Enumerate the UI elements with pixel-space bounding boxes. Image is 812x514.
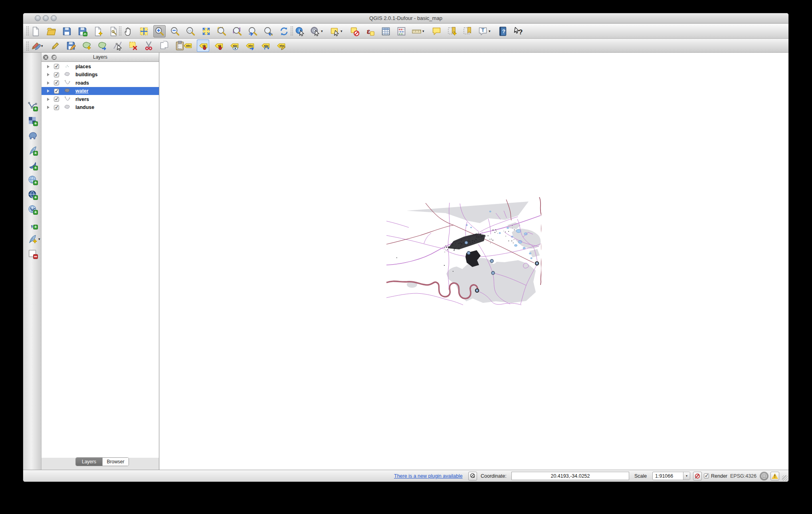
toolbar-grip[interactable] bbox=[26, 41, 29, 51]
add-postgis-layer-button[interactable] bbox=[26, 129, 39, 142]
toolbar-grip[interactable] bbox=[119, 26, 121, 36]
add-wcs-layer-button[interactable]: + bbox=[26, 188, 39, 201]
remove-layer-button[interactable] bbox=[26, 247, 39, 260]
show-bookmarks-button[interactable] bbox=[461, 25, 474, 38]
coordinate-input[interactable] bbox=[511, 472, 629, 480]
add-raster-layer-button[interactable]: + bbox=[26, 115, 39, 127]
layer-row-water[interactable]: ✓water bbox=[42, 87, 159, 95]
folder-open-button[interactable] bbox=[45, 25, 57, 38]
crs-projector-icon[interactable] bbox=[760, 472, 768, 480]
layer-row-roads[interactable]: ✓roads bbox=[42, 79, 159, 87]
zoom-last-button[interactable] bbox=[247, 25, 259, 38]
toggle-editing-button[interactable] bbox=[49, 40, 61, 52]
add-delimited-text-button[interactable]: ,+ bbox=[26, 218, 39, 230]
window-resize-grip[interactable] bbox=[782, 475, 788, 481]
identify-button[interactable]: i bbox=[294, 25, 306, 38]
zoom-to-selection-button[interactable] bbox=[216, 25, 228, 38]
scale-combo[interactable]: 1:91066 ▾ bbox=[652, 472, 690, 480]
labeling-button[interactable]: abc bbox=[181, 40, 194, 52]
layer-label[interactable]: roads bbox=[75, 80, 89, 86]
highlight-labels-button[interactable]: ab bbox=[212, 40, 225, 52]
file-new-button[interactable] bbox=[30, 25, 42, 38]
zoom-in-button[interactable] bbox=[153, 25, 166, 38]
zoom-next-button[interactable] bbox=[262, 25, 275, 38]
feature-action-button[interactable]: ▾ bbox=[309, 25, 326, 38]
layer-label[interactable]: landuse bbox=[75, 105, 94, 110]
deselect-features-button[interactable] bbox=[349, 25, 361, 38]
map-canvas[interactable] bbox=[160, 53, 788, 470]
select-expression-button[interactable]: ε bbox=[364, 25, 376, 38]
panel-tab-layers[interactable]: Layers bbox=[76, 458, 102, 466]
pan-hand-button[interactable] bbox=[122, 25, 135, 38]
map-tips-button[interactable] bbox=[430, 25, 443, 38]
field-calculator-button[interactable] bbox=[395, 25, 408, 38]
toolbar-grip[interactable] bbox=[178, 41, 180, 51]
add-wms-layer-button[interactable]: + bbox=[26, 174, 39, 186]
layer-label[interactable]: buildings bbox=[75, 72, 98, 77]
expand-triangle-icon[interactable] bbox=[47, 106, 50, 109]
layer-label[interactable]: water bbox=[75, 88, 89, 94]
layer-visibility-checkbox[interactable]: ✓ bbox=[54, 72, 59, 77]
cut-features-button[interactable] bbox=[143, 40, 155, 52]
title-bar[interactable]: QGIS 2.0.1-Dufour - basic_map bbox=[23, 13, 788, 24]
layer-label[interactable]: rivers bbox=[75, 97, 89, 102]
add-spatialite-layer-button[interactable]: + bbox=[26, 144, 39, 156]
text-annotation-button[interactable]: T▾ bbox=[477, 25, 493, 38]
layer-row-buildings[interactable]: ✓buildings bbox=[42, 71, 159, 79]
expand-triangle-icon[interactable] bbox=[47, 65, 50, 68]
add-feature-button[interactable] bbox=[80, 40, 93, 52]
save-as-button[interactable] bbox=[76, 25, 89, 38]
layer-row-places[interactable]: ✓places bbox=[42, 63, 159, 71]
add-vector-layer-button[interactable]: + bbox=[26, 100, 39, 112]
zoom-actual-button[interactable]: 1:1 bbox=[184, 25, 197, 38]
layer-visibility-checkbox[interactable]: ✓ bbox=[54, 64, 59, 69]
select-features-button[interactable]: ▾ bbox=[329, 25, 345, 38]
help-button[interactable]: ? bbox=[497, 25, 509, 38]
new-bookmark-button[interactable] bbox=[446, 25, 458, 38]
node-tool-button[interactable] bbox=[111, 40, 124, 52]
current-edits-button[interactable]: ▾ bbox=[30, 40, 46, 52]
rotate-label-button[interactable]: abc bbox=[259, 40, 271, 52]
toolbar-grip[interactable] bbox=[26, 26, 29, 36]
save-edits-button[interactable] bbox=[65, 40, 77, 52]
expand-triangle-icon[interactable] bbox=[47, 89, 50, 93]
change-label-button[interactable]: abc bbox=[275, 40, 287, 52]
expand-triangle-icon[interactable] bbox=[47, 98, 50, 101]
layer-visibility-checkbox[interactable]: ✓ bbox=[54, 97, 59, 102]
add-wfs-layer-button[interactable]: + bbox=[26, 203, 39, 215]
messages-warning-icon[interactable] bbox=[770, 472, 779, 480]
save-button[interactable] bbox=[61, 25, 73, 38]
show-hide-labels-button[interactable]: abc bbox=[228, 40, 240, 52]
refresh-button[interactable] bbox=[278, 25, 290, 38]
copy-features-button[interactable] bbox=[158, 40, 170, 52]
plugin-manager-icon[interactable] bbox=[468, 472, 477, 480]
expand-triangle-icon[interactable] bbox=[47, 81, 50, 85]
pin-labels-button[interactable]: ab bbox=[197, 40, 209, 52]
combo-arrow-icon[interactable]: ▾ bbox=[683, 472, 690, 480]
whats-this-button[interactable]: ? bbox=[512, 25, 525, 38]
new-composer-button[interactable] bbox=[92, 25, 104, 38]
composer-manager-button[interactable] bbox=[107, 25, 120, 38]
zoom-out-button[interactable] bbox=[169, 25, 181, 38]
layer-label[interactable]: places bbox=[75, 64, 91, 69]
stop-render-icon[interactable] bbox=[693, 472, 702, 480]
render-checkbox[interactable]: ✓ bbox=[704, 473, 709, 478]
add-mssql-layer-button[interactable]: + bbox=[26, 159, 39, 171]
layer-row-rivers[interactable]: ✓rivers bbox=[42, 95, 159, 103]
move-feature-button[interactable] bbox=[96, 40, 108, 52]
new-shapefile-button[interactable]: ▾ bbox=[26, 233, 39, 245]
panel-tab-browser[interactable]: Browser bbox=[102, 458, 129, 466]
pan-to-selection-button[interactable] bbox=[138, 25, 150, 38]
zoom-full-button[interactable] bbox=[200, 25, 212, 38]
measure-button[interactable]: ▾ bbox=[411, 25, 427, 38]
move-label-button[interactable]: abc bbox=[244, 40, 256, 52]
expand-triangle-icon[interactable] bbox=[47, 73, 50, 76]
plugin-notice-link[interactable]: There is a new plugin available bbox=[394, 473, 463, 479]
layer-visibility-checkbox[interactable]: ✓ bbox=[54, 89, 59, 94]
zoom-to-layer-button[interactable] bbox=[231, 25, 244, 38]
layer-visibility-checkbox[interactable]: ✓ bbox=[54, 80, 59, 85]
delete-selected-button[interactable] bbox=[127, 40, 139, 52]
layer-visibility-checkbox[interactable]: ✓ bbox=[54, 105, 59, 110]
layer-row-landuse[interactable]: ✓landuse bbox=[42, 103, 159, 111]
toolbar-grip[interactable] bbox=[290, 26, 293, 36]
